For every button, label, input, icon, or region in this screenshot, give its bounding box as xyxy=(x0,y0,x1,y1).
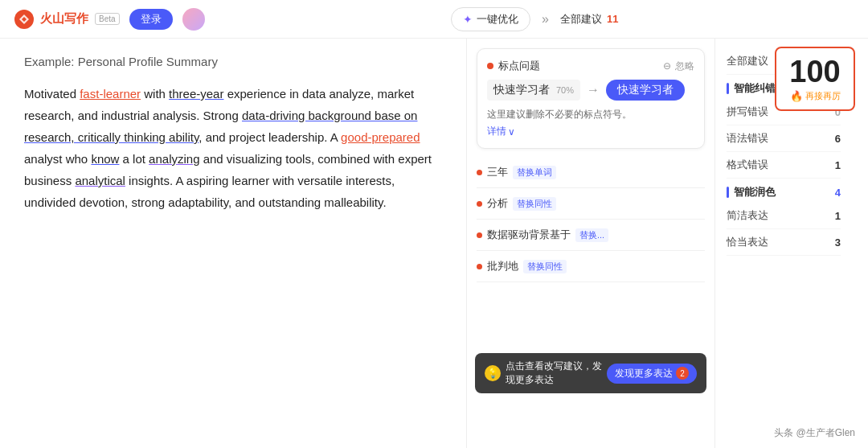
card-type: 标点问题 xyxy=(498,59,540,73)
suggestions-count: 全部建议 11 xyxy=(560,12,618,27)
sidebar-appropriate-row[interactable]: 恰当表达 3 xyxy=(727,229,841,256)
editor-area: Example: Personal Profile Summary Motiva… xyxy=(0,39,466,448)
item-label-3: 批判地 xyxy=(487,259,518,273)
suggestion-item-0: 三年 替换单词 xyxy=(477,157,705,188)
card-detail-btn[interactable]: 详情 ∨ xyxy=(487,125,694,138)
score-number: 100 xyxy=(789,56,840,87)
format-count: 1 xyxy=(835,159,841,171)
main-content: Example: Personal Profile Summary Motiva… xyxy=(0,39,868,448)
spell-label: 拼写错误 xyxy=(727,105,768,119)
tooltip-banner: 💡 点击查看改写建议，发现更多表达 发现更多表达 2 xyxy=(475,353,706,393)
logo-text: 火山写作 xyxy=(40,11,88,27)
item-tag-0[interactable]: 替换单词 xyxy=(513,166,556,179)
text-alot: a lot xyxy=(119,152,149,166)
word-suggested[interactable]: 快速学习者 xyxy=(606,80,685,101)
card-header: 标点问题 ⊖ 忽略 xyxy=(487,59,694,73)
appropriate-count: 3 xyxy=(835,236,841,249)
suggestion-item-3: 批判地 替换同性 xyxy=(477,251,705,282)
suggestions-number: 11 xyxy=(607,13,618,25)
optimize-icon: ✦ xyxy=(463,13,473,26)
doc-title: Example: Personal Profile Summary xyxy=(24,55,442,68)
word-tag: 70% xyxy=(556,85,574,95)
item-dot-0 xyxy=(477,170,482,175)
item-tag-2[interactable]: 替换... xyxy=(575,228,608,242)
avatar[interactable] xyxy=(182,8,205,31)
item-label-1: 分析 xyxy=(487,196,508,211)
login-button[interactable]: 登录 xyxy=(129,9,173,30)
text-three-year: three-year xyxy=(169,87,223,101)
text-know: know xyxy=(91,152,119,166)
score-box: 100 🔥 再接再厉 xyxy=(775,47,855,111)
format-label: 格式错误 xyxy=(727,158,768,172)
word-arrow: → xyxy=(587,83,600,97)
item-dot-3 xyxy=(477,264,482,269)
grammar-label: 语法错误 xyxy=(727,131,768,146)
text-analyzing: analyzing xyxy=(149,152,199,166)
beta-badge: Beta xyxy=(95,13,120,25)
group-label-1: 智能润色 xyxy=(734,185,776,199)
all-label: 全部建议 xyxy=(727,54,768,68)
suggestion-item-1: 分析 替换同性 xyxy=(477,188,705,220)
text-motivated: Motivated xyxy=(24,87,80,101)
logo-icon xyxy=(13,8,35,31)
item-label-2: 数据驱动背景基于 xyxy=(487,228,571,242)
score-label: 🔥 再接再厉 xyxy=(790,90,841,102)
grammar-count: 6 xyxy=(835,133,841,145)
ignore-icon: ⊖ xyxy=(663,60,671,72)
optimize-button[interactable]: ✦ 一键优化 xyxy=(451,7,530,31)
group-header-1: 智能润色 4 xyxy=(727,179,841,203)
sidebar-concise-row[interactable]: 简洁表达 1 xyxy=(727,203,841,229)
item-label-0: 三年 xyxy=(487,165,508,179)
sidebar-format-row[interactable]: 格式错误 1 xyxy=(727,152,841,179)
group-indicator-0 xyxy=(727,83,729,94)
group-label-0: 智能纠错 xyxy=(734,81,776,96)
doc-body: Motivated fast-learner with three-year e… xyxy=(24,83,442,213)
more-button[interactable]: » xyxy=(537,9,554,30)
chevron-down-icon: ∨ xyxy=(508,126,515,138)
suggestion-panel: 标点问题 ⊖ 忽略 快速学习者 70% → 快速学习者 这里建议删除不必要的标点… xyxy=(466,39,715,448)
ignore-button[interactable]: ⊖ 忽略 xyxy=(663,60,694,73)
concise-label: 简洁表达 xyxy=(727,208,768,223)
text-with: with xyxy=(141,87,169,101)
text-fast-learner: fast-learner xyxy=(80,87,141,101)
bulb-icon: 💡 xyxy=(485,365,501,381)
card-description: 这里建议删除不必要的标点符号。 xyxy=(487,107,694,121)
discover-button[interactable]: 发现更多表达 2 xyxy=(607,364,697,384)
nav-center: ✦ 一键优化 » 全部建议 11 xyxy=(215,7,855,31)
group-count-1: 4 xyxy=(835,187,841,199)
text-and-project: , and project leadership. A xyxy=(199,130,341,144)
text-analytical: analytical xyxy=(75,174,125,187)
card-dot xyxy=(487,63,493,69)
card-words: 快速学习者 70% → 快速学习者 xyxy=(487,80,694,101)
watermark: 头条 @生产者Glen xyxy=(774,426,855,440)
text-good-prepared: good-prepared xyxy=(341,130,420,144)
tooltip-text: 点击查看改写建议，发现更多表达 xyxy=(506,360,602,387)
score-emoji: 🔥 xyxy=(790,90,803,102)
top-nav: 火山写作 Beta 登录 ✦ 一键优化 » 全部建议 11 xyxy=(0,0,868,39)
suggestion-item-2: 数据驱动背景基于 替换... xyxy=(477,220,705,251)
group-indicator-1 xyxy=(727,187,729,198)
logo-area: 火山写作 Beta xyxy=(13,8,120,31)
concise-count: 1 xyxy=(835,210,841,222)
discover-badge: 2 xyxy=(676,367,689,380)
item-tag-1[interactable]: 替换同性 xyxy=(513,197,556,211)
sidebar-grammar-row[interactable]: 语法错误 6 xyxy=(727,125,841,152)
appropriate-label: 恰当表达 xyxy=(727,235,768,249)
suggestion-card-main: 标点问题 ⊖ 忽略 快速学习者 70% → 快速学习者 这里建议删除不必要的标点… xyxy=(477,48,705,149)
word-original: 快速学习者 70% xyxy=(487,80,580,101)
text-analyst: analyst who xyxy=(24,152,91,166)
item-dot-1 xyxy=(477,201,482,207)
item-tag-3[interactable]: 替换同性 xyxy=(523,260,567,273)
item-dot-2 xyxy=(477,232,482,238)
